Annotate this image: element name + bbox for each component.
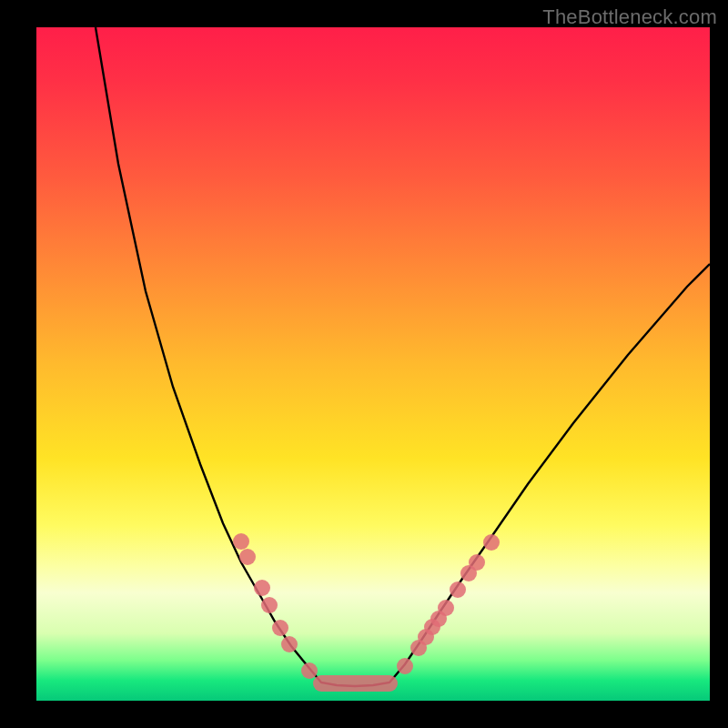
data-marker [469, 554, 485, 571]
watermark-text: TheBottleneck.com [542, 5, 717, 29]
data-marker [233, 533, 249, 550]
data-marker [272, 620, 288, 636]
data-marker [438, 600, 454, 616]
bottleneck-curve [96, 27, 710, 686]
data-marker [261, 597, 278, 613]
data-marker [483, 534, 500, 551]
data-marker [301, 662, 318, 679]
data-marker [239, 549, 256, 565]
data-marker [450, 581, 466, 598]
plot-area [36, 27, 710, 701]
markers-left [233, 533, 318, 679]
data-marker [281, 636, 298, 652]
data-marker [397, 658, 413, 674]
chart-stage: TheBottleneck.com [0, 0, 728, 728]
data-marker [254, 580, 270, 596]
curve-layer [36, 27, 710, 701]
